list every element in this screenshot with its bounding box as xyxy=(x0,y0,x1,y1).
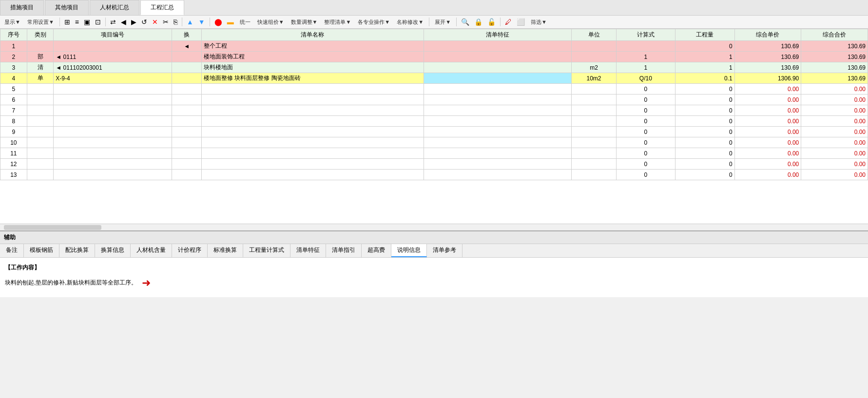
cell-swap xyxy=(172,62,202,73)
cell-total: 0.00 xyxy=(801,148,868,159)
bottom-tab-清单参考[interactable]: 清单参考 xyxy=(427,244,463,257)
bottom-tab-模板钢筋[interactable]: 模板钢筋 xyxy=(24,244,59,257)
cell-formula xyxy=(616,41,675,52)
cell-uprice: 0.00 xyxy=(734,116,801,127)
unlock-icon[interactable]: 🔓 xyxy=(486,17,497,27)
cell-unit xyxy=(572,105,616,116)
cell-total: 0.00 xyxy=(801,105,868,116)
cell-feature xyxy=(424,95,572,105)
cell-total: 0.00 xyxy=(801,137,868,148)
cell-seq: 2 xyxy=(0,52,27,62)
right-icon[interactable]: ▶ xyxy=(130,17,138,27)
table-row[interactable]: 9 0 0 0.00 0.00 xyxy=(0,127,868,137)
list-icon[interactable]: ≡ xyxy=(74,17,80,27)
orange-rect-icon[interactable]: ▬ xyxy=(226,17,235,27)
expand-icon[interactable]: ⊡ xyxy=(94,17,102,27)
specialty-btn[interactable]: 各专业操作▼ xyxy=(355,18,392,27)
table-row[interactable]: 11 0 0 0.00 0.00 xyxy=(0,148,868,159)
bottom-tab-换算信息[interactable]: 换算信息 xyxy=(95,244,131,257)
cut-icon[interactable]: ✂ xyxy=(161,17,170,27)
delete-icon[interactable]: ✕ xyxy=(151,17,159,27)
table-row[interactable]: 6 0 0 0.00 0.00 xyxy=(0,95,868,105)
lock-icon[interactable]: 🔒 xyxy=(473,17,484,27)
search-icon[interactable]: 🔍 xyxy=(460,17,471,27)
cell-feature xyxy=(424,159,572,170)
qty-adjust-btn[interactable]: 数量调整▼ xyxy=(289,18,320,27)
cell-uprice: 0.00 xyxy=(734,170,801,180)
sep-5 xyxy=(429,18,429,26)
cell-unit xyxy=(572,84,616,95)
cell-feature xyxy=(424,116,572,127)
tab-summary[interactable]: 工程汇总 xyxy=(140,0,184,15)
cell-formula: 0 xyxy=(616,148,675,159)
bottom-tab-备注[interactable]: 备注 xyxy=(0,244,24,257)
bottom-tab-说明信息[interactable]: 说明信息 xyxy=(391,244,427,257)
left-icon[interactable]: ◀ xyxy=(119,17,128,27)
cell-seq: 11 xyxy=(0,148,27,159)
cell-type xyxy=(27,159,54,170)
cell-code xyxy=(54,105,172,116)
table-row[interactable]: 10 0 0 0.00 0.00 xyxy=(0,137,868,148)
organize-btn[interactable]: 整理清单▼ xyxy=(322,18,353,27)
bottom-tab-人材机含量[interactable]: 人材机含量 xyxy=(131,244,172,257)
cell-code xyxy=(54,127,172,137)
table-row[interactable]: 12 0 0 0.00 0.00 xyxy=(0,159,868,170)
table-row[interactable]: 8 0 0 0.00 0.00 xyxy=(0,116,868,127)
table-row[interactable]: 5 0 0 0.00 0.00 xyxy=(0,84,868,95)
header-type: 类别 xyxy=(27,29,54,41)
bottom-tab-工程量计算式[interactable]: 工程量计算式 xyxy=(243,244,290,257)
common-settings-btn[interactable]: 常用设置▼ xyxy=(25,18,57,27)
bottom-tab-超高费[interactable]: 超高费 xyxy=(362,244,391,257)
swap-icon[interactable]: ⇄ xyxy=(109,17,117,27)
table-row[interactable]: 1 ◄ 整个工程 0 130.69 130.69 xyxy=(0,41,868,52)
horizontal-scrollbar[interactable] xyxy=(0,224,868,230)
cell-code xyxy=(54,137,172,148)
down-icon[interactable]: ▼ xyxy=(197,17,207,27)
cell-type xyxy=(27,84,54,95)
cell-name xyxy=(202,84,424,95)
bottom-tab-清单指引[interactable]: 清单指引 xyxy=(326,244,362,257)
red-arrow-icon: ➜ xyxy=(142,273,151,293)
bottom-tab-配比换算[interactable]: 配比换算 xyxy=(59,244,95,257)
table-row[interactable]: 2 部 ◄ 0111 楼地面装饰工程 1 1 130.69 130.69 xyxy=(0,52,868,62)
tab-measures[interactable]: 措施项目 xyxy=(0,0,44,15)
erase-icon[interactable]: ⬜ xyxy=(515,17,526,27)
grid-icon[interactable]: ⊞ xyxy=(63,17,72,27)
cell-swap xyxy=(172,84,202,95)
collapse-icon[interactable]: ▣ xyxy=(82,17,92,27)
expand-btn[interactable]: 展开▼ xyxy=(432,18,453,27)
filter-btn[interactable]: 筛选▼ xyxy=(528,18,549,27)
scroll-thumb[interactable] xyxy=(4,225,101,230)
cell-feature xyxy=(424,73,572,84)
bottom-tab-标准换算[interactable]: 标准换算 xyxy=(208,244,243,257)
name-edit-btn[interactable]: 名称修改▼ xyxy=(394,18,426,27)
refresh-icon[interactable]: ↺ xyxy=(140,17,149,27)
cell-code: ◄ 011102003001 xyxy=(54,62,172,73)
table-row[interactable]: 7 0 0 0.00 0.00 xyxy=(0,105,868,116)
display-menu-btn[interactable]: 显示▼ xyxy=(2,18,23,27)
bottom-tab-清单特征[interactable]: 清单特征 xyxy=(290,244,326,257)
table-row[interactable]: 3 清 ◄ 011102003001 块料楼地面 m2 1 1 130.69 1… xyxy=(0,62,868,73)
paint-icon[interactable]: 🖊 xyxy=(503,17,513,27)
cell-unit xyxy=(572,41,616,52)
cell-swap xyxy=(172,116,202,127)
table-row[interactable]: 4 单 X-9-4 楼地面整修 块料面层整修 陶瓷地面砖 10m2 Q/10 0… xyxy=(0,73,868,84)
cell-type: 清 xyxy=(27,62,54,73)
cell-qty: 0 xyxy=(675,84,735,95)
quick-price-btn[interactable]: 快速组价▼ xyxy=(255,18,287,27)
cell-total: 0.00 xyxy=(801,159,868,170)
cell-total: 130.69 xyxy=(801,62,868,73)
copy-icon[interactable]: ⎘ xyxy=(172,17,179,27)
bottom-tab-计价程序[interactable]: 计价程序 xyxy=(172,244,208,257)
unify-btn[interactable]: 统一 xyxy=(237,18,253,27)
bottom-content: 【工作内容】 块料的刨起,垫层的修补,新贴块料面层等全部工序。 ➜ xyxy=(0,258,868,297)
tab-resources[interactable]: 人材机汇总 xyxy=(90,0,139,15)
up-icon[interactable]: ▲ xyxy=(185,17,195,27)
cell-seq: 9 xyxy=(0,127,27,137)
cell-total: 0.00 xyxy=(801,116,868,127)
cell-formula: 0 xyxy=(616,116,675,127)
tab-other[interactable]: 其他项目 xyxy=(45,0,89,15)
red-circle-icon[interactable]: ⬤ xyxy=(213,17,224,27)
table-row[interactable]: 13 0 0 0.00 0.00 xyxy=(0,170,868,180)
cell-uprice: 130.69 xyxy=(734,62,801,73)
